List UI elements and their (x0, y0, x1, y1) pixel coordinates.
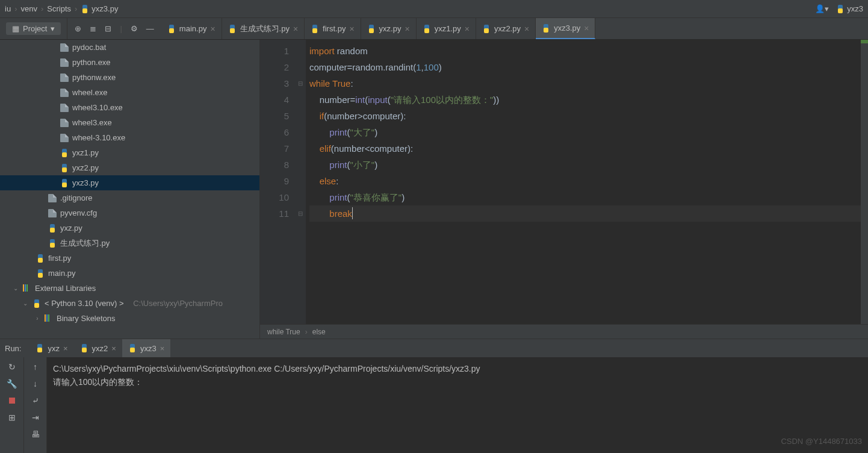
breadcrumb-separator-icon: › (75, 4, 77, 13)
code-structure-breadcrumb[interactable]: while True › else (260, 324, 868, 339)
code-editor[interactable]: 12 34 56 78 910 11 ⊟ ⊟ import random com… (260, 40, 868, 324)
console-output[interactable]: C:\Users\yxy\PycharmProjects\xiu\venv\Sc… (47, 357, 868, 453)
python-file-icon (60, 149, 69, 157)
python-file-icon (367, 25, 376, 33)
run-body: ↻ 🔧 ⊞ ↑ ↓ ⤶ ⇥ 🖶 C:\Users\yxy\PycharmProj… (0, 357, 868, 453)
scroll-to-end-icon[interactable]: ⇥ (32, 413, 39, 422)
code-content[interactable]: import random computer=random.randint(1,… (306, 40, 868, 324)
tab-yxz1-py[interactable]: yxz1.py× (417, 18, 476, 39)
run-tab-yxz[interactable]: yxz× (29, 339, 73, 357)
marker-icon (861, 40, 868, 43)
python-file-icon (81, 5, 89, 13)
tree-file[interactable]: pyvenv.cfg (0, 205, 259, 220)
wrench-icon[interactable]: 🔧 (7, 379, 17, 389)
tree-binary-skeletons[interactable]: ›Binary Skeletons (0, 311, 259, 326)
tree-file[interactable]: wheel3.exe (0, 115, 259, 130)
exe-icon (60, 134, 69, 142)
tree-file[interactable]: 生成式练习.py (0, 236, 259, 251)
path-hint: C:\Users\yxy\PycharmPro (133, 299, 223, 308)
error-stripe[interactable] (861, 40, 868, 324)
tree-file[interactable]: yxz2.py (0, 160, 259, 175)
tab-main-py[interactable]: main.py× (161, 18, 222, 39)
up-arrow-icon[interactable]: ↑ (33, 362, 37, 372)
python-file-icon (60, 179, 69, 187)
expand-all-icon[interactable]: ≣ (90, 24, 96, 33)
print-icon[interactable]: 🖶 (31, 430, 40, 439)
close-icon[interactable]: × (293, 24, 298, 34)
breadcrumb[interactable]: iu› venv› Scripts› yxz3.py (5, 4, 118, 13)
close-icon[interactable]: × (584, 23, 589, 33)
breadcrumb-item[interactable]: venv (20, 4, 37, 13)
line-number-gutter: 12 34 56 78 910 11 (260, 40, 295, 324)
tree-file[interactable]: yxz1.py (0, 145, 259, 160)
tree-toolbar: ⊕ ≣ ⊟ | ⚙ — (67, 24, 161, 33)
python-icon (128, 344, 137, 352)
python-file-icon (311, 25, 319, 33)
python-icon (36, 344, 44, 352)
tree-file[interactable]: python.exe (0, 55, 259, 70)
close-icon[interactable]: × (524, 24, 529, 34)
toolbar-right: 👤▾ yxz3 (815, 4, 863, 13)
tab-yxz3-py[interactable]: yxz3.py× (536, 18, 595, 39)
python-icon (80, 344, 88, 352)
tree-python-sdk[interactable]: ⌄< Python 3.10 (venv) > C:\Users\yxy\Pyc… (0, 296, 259, 311)
rerun-icon[interactable]: ↻ (8, 362, 16, 372)
tab-yxz-py[interactable]: yxz.py× (361, 18, 417, 39)
collapse-all-icon[interactable]: ⊟ (105, 24, 111, 33)
hide-icon[interactable]: — (146, 24, 154, 33)
tree-file-selected[interactable]: yxz3.py (0, 175, 259, 190)
breadcrumb-separator-icon: › (305, 328, 308, 336)
tree-file[interactable]: pydoc.bat (0, 40, 259, 55)
chevron-right-icon[interactable]: › (34, 315, 41, 322)
breadcrumb-item[interactable]: yxz3.py (81, 4, 118, 13)
crumb-item[interactable]: else (312, 328, 326, 336)
chevron-down-icon[interactable]: ⌄ (22, 300, 29, 307)
file-icon (48, 209, 57, 217)
tab-first-py[interactable]: first.py× (305, 18, 361, 39)
run-config-selector[interactable]: yxz3 (836, 4, 863, 13)
python-icon (33, 299, 41, 308)
stop-button[interactable] (9, 396, 15, 405)
exe-icon (60, 89, 69, 97)
toolbar-row: ▦Project▾ ⊕ ≣ ⊟ | ⚙ — main.py× 生成式练习.py×… (0, 18, 868, 40)
close-icon[interactable]: × (160, 344, 165, 353)
close-icon[interactable]: × (349, 24, 354, 34)
tree-file[interactable]: pythonw.exe (0, 70, 259, 85)
tree-file[interactable]: first.py (0, 251, 259, 266)
tree-external-libraries[interactable]: ⌄External Libraries (0, 281, 259, 296)
locate-icon[interactable]: ⊕ (75, 24, 81, 33)
tree-file[interactable]: yxz.py (0, 220, 259, 236)
tree-file[interactable]: wheel-3.10.exe (0, 130, 259, 145)
user-icon[interactable]: 👤▾ (815, 4, 829, 13)
run-tabs-bar: Run: yxz× yxz2× yxz3× (0, 339, 868, 357)
layout-icon[interactable]: ⊞ (8, 413, 16, 422)
python-file-icon (60, 164, 69, 172)
close-icon[interactable]: × (63, 344, 68, 353)
run-side-toolbar: ↻ 🔧 ⊞ (0, 357, 24, 453)
library-icon (23, 284, 31, 293)
down-arrow-icon[interactable]: ↓ (33, 379, 37, 389)
run-tab-yxz2[interactable]: yxz2× (74, 339, 122, 357)
tree-file[interactable]: wheel.exe (0, 85, 259, 100)
watermark: CSDN @Y1448671033 (781, 435, 862, 448)
tree-file[interactable]: .gitignore (0, 190, 259, 205)
fold-gutter[interactable]: ⊟ ⊟ (295, 40, 306, 324)
breadcrumb-item[interactable]: Scripts (47, 4, 71, 13)
soft-wrap-icon[interactable]: ⤶ (32, 396, 39, 405)
tree-file[interactable]: main.py (0, 266, 259, 281)
close-icon[interactable]: × (405, 24, 409, 34)
close-icon[interactable]: × (111, 344, 116, 353)
breadcrumb-item[interactable]: iu (5, 4, 11, 13)
python-file-icon (48, 239, 57, 248)
close-icon[interactable]: × (465, 24, 470, 34)
run-tab-yxz3[interactable]: yxz3× (122, 339, 170, 357)
close-icon[interactable]: × (210, 24, 215, 34)
tab-shengcheng-py[interactable]: 生成式练习.py× (222, 18, 305, 39)
tree-file[interactable]: wheel3.10.exe (0, 100, 259, 115)
crumb-item[interactable]: while True (267, 328, 300, 336)
project-view-selector[interactable]: ▦Project▾ (0, 18, 67, 39)
chevron-down-icon[interactable]: ⌄ (12, 285, 19, 292)
project-tree[interactable]: pydoc.bat python.exe pythonw.exe wheel.e… (0, 40, 259, 339)
gear-icon[interactable]: ⚙ (131, 24, 138, 33)
tab-yxz2-py[interactable]: yxz2.py× (476, 18, 536, 39)
